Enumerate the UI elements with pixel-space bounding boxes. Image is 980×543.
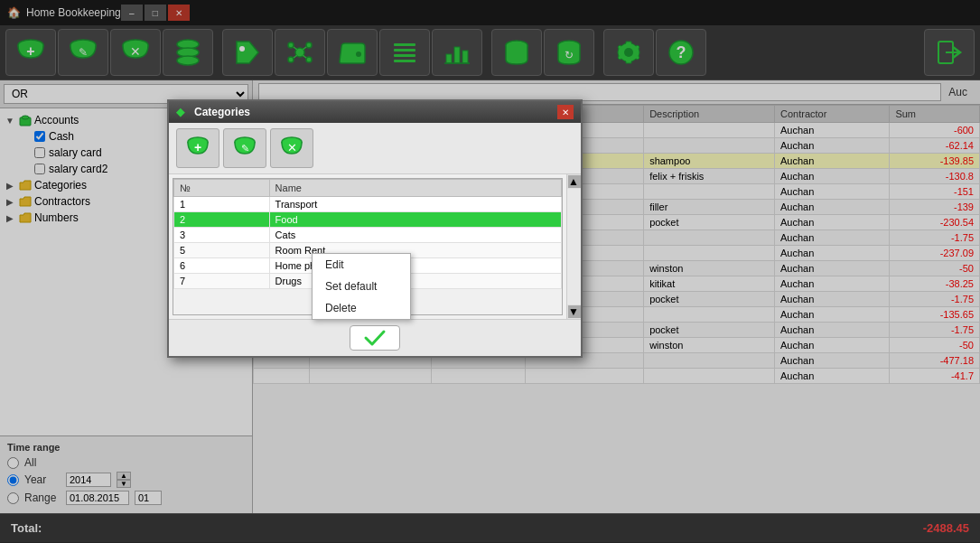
records-group: + ✎ ✕ [5, 29, 213, 76]
svg-rect-20 [394, 43, 415, 46]
dialog-edit-button[interactable]: ✎ [223, 128, 266, 168]
status-bar: Total: -2488.45 [0, 513, 980, 542]
app-title: Home Bookkeeping [26, 6, 121, 19]
svg-point-31 [624, 48, 633, 57]
all-label: All [24, 456, 61, 469]
dialog-scrollbar: ▲ ▼ [566, 174, 581, 319]
add-record-button[interactable]: + [5, 29, 56, 76]
year-radio[interactable] [7, 474, 19, 486]
col-contractor[interactable]: Contractor [775, 106, 890, 123]
scroll-down-button[interactable]: ▼ [568, 305, 581, 318]
tree-expand-contractors: ▶ [4, 197, 16, 207]
category-row[interactable]: 2Food [174, 212, 562, 228]
numbers-label: Numbers [34, 211, 79, 224]
svg-text:✕: ✕ [287, 141, 297, 154]
category-row[interactable]: 3Cats [174, 228, 562, 243]
svg-line-15 [294, 47, 297, 50]
accounts-tree-icon [19, 114, 32, 126]
svg-text:?: ? [677, 43, 686, 61]
salary-card2-checkbox[interactable] [34, 164, 45, 174]
dialog-footer [169, 319, 581, 356]
svg-point-8 [177, 56, 199, 65]
maximize-button[interactable]: □ [145, 5, 166, 21]
cash-label: Cash [49, 130, 74, 143]
salary-card-label: salary card [49, 146, 102, 159]
dialog-toolbar: + ✎ ✕ [169, 123, 581, 174]
network-button[interactable] [275, 29, 325, 76]
wallet-button[interactable] [327, 29, 378, 76]
svg-rect-23 [394, 60, 415, 62]
db-refresh-button[interactable]: ↻ [544, 29, 594, 76]
toolbar: + ✎ ✕ ↻ [0, 25, 980, 80]
settings-button[interactable] [603, 29, 654, 76]
dialog-ok-button[interactable] [350, 325, 400, 351]
svg-point-12 [306, 42, 312, 48]
svg-point-9 [239, 46, 245, 51]
close-button[interactable]: ✕ [168, 5, 190, 21]
dialog-delete-button[interactable]: ✕ [270, 128, 313, 168]
numbers-tree-icon [19, 211, 32, 224]
cat-col-num: № [174, 180, 270, 197]
svg-rect-25 [454, 47, 460, 63]
svg-rect-22 [394, 54, 415, 57]
accounts-button[interactable] [163, 29, 213, 76]
exit-button[interactable] [924, 29, 975, 76]
settings-group: ? [603, 29, 706, 76]
year-input[interactable] [66, 473, 111, 487]
year-down-button[interactable]: ▼ [117, 480, 131, 488]
db-group: ↻ [491, 29, 594, 76]
svg-point-11 [288, 42, 294, 48]
range-from-input[interactable] [66, 491, 129, 505]
help-button[interactable]: ? [656, 29, 706, 76]
categories-tree-icon [19, 179, 32, 192]
list-button[interactable] [379, 29, 430, 76]
svg-text:+: + [26, 43, 34, 59]
range-row: Range [7, 491, 245, 505]
year-spinner: ▲ ▼ [117, 472, 131, 488]
app-icon: 🏠 [7, 6, 21, 19]
category-row[interactable]: 7Drugs [174, 274, 562, 289]
svg-rect-21 [394, 49, 415, 51]
svg-line-18 [303, 55, 306, 58]
titlebar: 🏠 Home Bookkeeping – □ ✕ [0, 0, 980, 25]
window-controls: – □ ✕ [121, 5, 190, 21]
svg-text:✕: ✕ [130, 44, 141, 59]
year-up-button[interactable]: ▲ [117, 472, 131, 480]
edit-record-button[interactable]: ✎ [58, 29, 108, 76]
tag-button[interactable] [222, 29, 273, 76]
time-range-title: Time range [7, 442, 245, 453]
cash-checkbox[interactable] [34, 131, 45, 142]
year-label: Year [24, 473, 61, 486]
svg-rect-26 [462, 51, 468, 63]
search-input[interactable] [258, 83, 941, 101]
category-row[interactable]: 5Room Rent [174, 243, 562, 258]
scroll-up-button[interactable]: ▲ [568, 175, 581, 188]
svg-text:✎: ✎ [241, 143, 249, 154]
category-group [222, 29, 482, 76]
time-range: Time range All Year ▲ ▼ Range [0, 435, 252, 513]
salary-card-checkbox[interactable] [34, 147, 45, 158]
category-row[interactable]: 1Transport [174, 197, 562, 212]
table-row[interactable]: Auchan-41.7 [254, 369, 980, 384]
range-to-input[interactable] [135, 491, 162, 505]
svg-point-19 [356, 51, 361, 57]
svg-point-37 [22, 116, 29, 119]
dialog-add-button[interactable]: + [176, 128, 219, 168]
chart-button[interactable] [432, 29, 482, 76]
svg-point-13 [288, 57, 294, 62]
tree-expand-numbers: ▶ [4, 213, 16, 223]
categories-list: № Name 1Transport2Food3Cats5Room Rent6Ho… [173, 178, 563, 315]
contractors-label: Contractors [34, 195, 90, 208]
svg-text:↻: ↻ [565, 49, 574, 61]
category-row[interactable]: 6Home phone [174, 258, 562, 274]
scroll-track [567, 189, 581, 304]
col-sum[interactable]: Sum [890, 106, 980, 123]
col-description[interactable]: Description [644, 106, 775, 123]
minimize-button[interactable]: – [121, 5, 143, 21]
db-button[interactable] [491, 29, 542, 76]
dialog-close-button[interactable]: ✕ [557, 105, 574, 119]
all-radio[interactable] [7, 457, 19, 469]
total-label: Total: [11, 521, 42, 535]
range-radio[interactable] [7, 492, 19, 504]
delete-record-button[interactable]: ✕ [110, 29, 161, 76]
